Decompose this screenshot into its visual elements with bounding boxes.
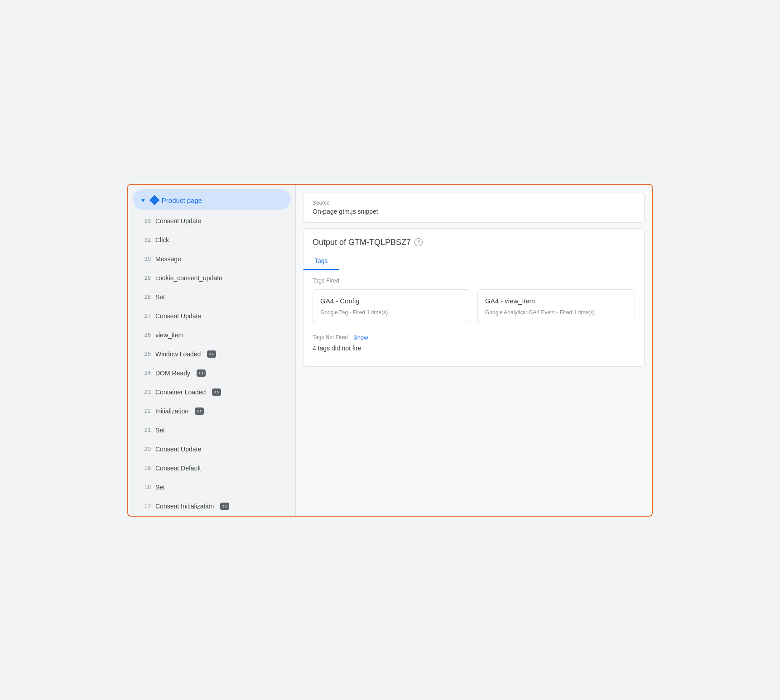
- tag-card-ga4-view-item-subtitle: Google Analytics: GA4 Event - Fired 1 ti…: [485, 309, 627, 316]
- sidebar-item-label-17: Consent Initialization: [155, 503, 214, 510]
- help-icon[interactable]: ?: [414, 238, 423, 246]
- sidebar-item-label-20: Consent Update: [155, 446, 201, 453]
- sidebar-item-num-24: 24: [139, 369, 151, 376]
- tag-card-ga4-view-item-title: GA4 - view_item: [485, 297, 627, 305]
- sidebar-item-33[interactable]: 33Consent Update: [128, 211, 295, 230]
- sidebar-item-num-29: 29: [139, 274, 151, 281]
- sidebar-item-num-18: 18: [139, 484, 151, 490]
- sidebar-item-label-21: Set: [155, 427, 165, 434]
- sidebar-item-num-32: 32: [139, 236, 151, 243]
- sidebar-item-32[interactable]: 32Click: [128, 230, 295, 249]
- sidebar-item-27[interactable]: 27Consent Update: [128, 307, 295, 326]
- sidebar-item-label-30: Message: [155, 255, 181, 263]
- sidebar-item-label-24: DOM Ready: [155, 369, 190, 377]
- code-badge-icon: [207, 350, 216, 358]
- source-section: Source On-page gtm.js snippet: [303, 192, 645, 223]
- source-value: On-page gtm.js snippet: [313, 208, 635, 215]
- sidebar-item-label-23: Container Loaded: [155, 388, 206, 396]
- sidebar-item-30[interactable]: 30Message: [128, 249, 295, 268]
- output-header: Output of GTM-TQLPBSZ7 ?: [303, 229, 644, 247]
- tab-tags[interactable]: Tags: [303, 253, 339, 270]
- sidebar-item-num-27: 27: [139, 312, 151, 319]
- code-badge-icon: [195, 408, 204, 415]
- sidebar-item-label-18: Set: [155, 484, 165, 491]
- sidebar-item-18[interactable]: 18Set: [128, 478, 295, 497]
- sidebar-item-19[interactable]: 19Consent Default: [128, 459, 295, 478]
- tags-not-fired-label: Tags Not Fired: [313, 334, 348, 340]
- app-container: ▼ Product page 33Consent Update32Click30…: [127, 184, 653, 517]
- sidebar-item-num-23: 23: [139, 388, 151, 395]
- sidebar-item-20[interactable]: 20Consent Update: [128, 440, 295, 459]
- sidebar-item-num-22: 22: [139, 408, 151, 414]
- sidebar-item-num-21: 21: [139, 427, 151, 433]
- tags-not-fired-section: Tags Not Fired Show 4 tags did not fire: [313, 332, 635, 359]
- tabs-bar: Tags: [303, 253, 644, 270]
- sidebar-item-label-33: Consent Update: [155, 217, 201, 225]
- sidebar-items-list: 33Consent Update32Click30Message29cookie…: [128, 211, 295, 516]
- output-section: Output of GTM-TQLPBSZ7 ? Tags Tags Fired…: [303, 228, 645, 367]
- sidebar-item-23[interactable]: 23Container Loaded: [128, 383, 295, 402]
- tag-card-ga4-view-item[interactable]: GA4 - view_item Google Analytics: GA4 Ev…: [477, 289, 635, 323]
- sidebar-header[interactable]: ▼ Product page: [133, 189, 291, 210]
- sidebar-item-22[interactable]: 22Initialization: [128, 402, 295, 421]
- sidebar-item-num-25: 25: [139, 350, 151, 357]
- source-label: Source: [313, 200, 635, 206]
- sidebar-item-label-28: Set: [155, 293, 165, 301]
- tags-fired-section: Tags Fired GA4 - Config Google Tag - Fir…: [303, 270, 644, 366]
- main-panel: Source On-page gtm.js snippet Output of …: [296, 185, 652, 516]
- tags-not-fired-header: Tags Not Fired Show: [313, 334, 635, 341]
- sidebar-item-28[interactable]: 28Set: [128, 288, 295, 307]
- show-tags-button[interactable]: Show: [353, 334, 368, 341]
- sidebar-item-num-28: 28: [139, 293, 151, 300]
- code-badge-icon: [212, 388, 221, 396]
- sidebar-item-num-17: 17: [139, 503, 151, 509]
- tag-card-ga4-config-title: GA4 - Config: [320, 297, 462, 305]
- code-badge-icon: [197, 369, 206, 377]
- sidebar-item-label-29: cookie_consent_update: [155, 274, 222, 282]
- sidebar: ▼ Product page 33Consent Update32Click30…: [128, 185, 296, 516]
- tags-fired-label: Tags Fired: [313, 278, 635, 284]
- sidebar-title: Product page: [162, 197, 202, 204]
- sidebar-item-label-22: Initialization: [155, 408, 188, 415]
- tag-card-ga4-config-subtitle: Google Tag - Fired 1 time(s): [320, 309, 462, 316]
- sidebar-item-label-32: Click: [155, 236, 169, 244]
- tag-card-ga4-config[interactable]: GA4 - Config Google Tag - Fired 1 time(s…: [313, 289, 470, 323]
- sidebar-item-25[interactable]: 25Window Loaded: [128, 345, 295, 364]
- sidebar-item-24[interactable]: 24DOM Ready: [128, 364, 295, 383]
- sidebar-item-num-26: 26: [139, 331, 151, 338]
- sidebar-item-17[interactable]: 17Consent Initialization: [128, 497, 295, 516]
- output-title: Output of GTM-TQLPBSZ7: [313, 238, 411, 247]
- sidebar-item-26[interactable]: 26view_item: [128, 326, 295, 345]
- sidebar-item-num-20: 20: [139, 446, 151, 452]
- sidebar-item-label-25: Window Loaded: [155, 350, 201, 358]
- tags-not-fired-count: 4 tags did not fire: [313, 345, 635, 352]
- tags-grid: GA4 - Config Google Tag - Fired 1 time(s…: [313, 289, 635, 323]
- collapse-arrow-icon[interactable]: ▼: [140, 197, 146, 204]
- sidebar-item-29[interactable]: 29cookie_consent_update: [128, 268, 295, 288]
- diamond-icon: [149, 195, 160, 206]
- sidebar-item-num-33: 33: [139, 217, 151, 224]
- sidebar-item-num-19: 19: [139, 465, 151, 471]
- sidebar-item-label-26: view_item: [155, 331, 183, 339]
- sidebar-item-label-19: Consent Default: [155, 465, 201, 472]
- sidebar-item-label-27: Consent Update: [155, 312, 201, 320]
- sidebar-item-num-30: 30: [139, 255, 151, 262]
- code-badge-icon: [220, 503, 229, 510]
- sidebar-item-21[interactable]: 21Set: [128, 421, 295, 440]
